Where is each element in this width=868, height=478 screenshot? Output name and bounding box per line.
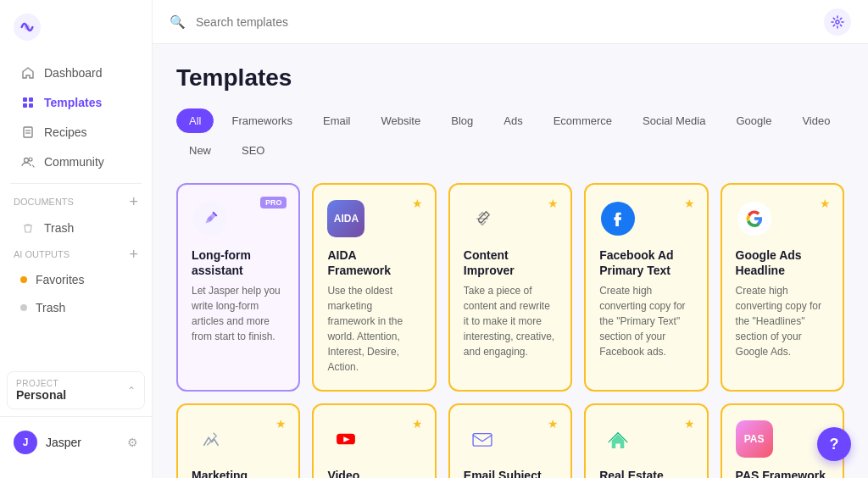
documents-add-button[interactable]: + xyxy=(129,194,138,209)
svg-point-1 xyxy=(25,25,30,30)
user-menu[interactable]: J Jasper ⚙ xyxy=(0,424,152,461)
content-desc: Take a piece of content and rewrite it t… xyxy=(464,283,557,359)
tab-social[interactable]: Social Media xyxy=(630,108,718,133)
search-input[interactable] xyxy=(196,15,814,29)
marketing-icon xyxy=(192,420,229,458)
svg-rect-5 xyxy=(29,103,33,108)
content-star: ★ xyxy=(548,197,559,210)
card-aida[interactable]: ★ AIDA AIDA Framework Use the oldest mar… xyxy=(312,183,436,392)
longform-icon xyxy=(192,200,229,237)
aida-star: ★ xyxy=(412,197,423,210)
cards-row-2: ★ Marketing Angles Brainstorm different … xyxy=(176,403,844,478)
project-name: Personal xyxy=(16,388,66,402)
tab-blog[interactable]: Blog xyxy=(438,108,486,133)
sidebar-item-trash-docs[interactable]: Trash xyxy=(7,214,145,242)
tab-frameworks[interactable]: Frameworks xyxy=(219,108,305,133)
tab-ads[interactable]: Ads xyxy=(491,108,535,133)
trash-ai-dot xyxy=(20,304,27,311)
ai-outputs-label: AI outputs xyxy=(14,249,70,259)
tab-website[interactable]: Website xyxy=(368,108,433,133)
youtube-icon xyxy=(327,420,364,458)
sidebar-item-recipes[interactable]: Recipes xyxy=(7,118,145,147)
sidebar-item-templates[interactable]: Templates xyxy=(7,88,145,117)
community-label: Community xyxy=(44,155,104,169)
aida-desc: Use the oldest marketing framework in th… xyxy=(327,283,420,375)
grid-icon xyxy=(20,95,36,110)
svg-point-10 xyxy=(29,158,32,161)
trash-icon xyxy=(20,220,36,236)
facebook-desc: Create high converting copy for the "Pri… xyxy=(599,283,693,359)
tab-video[interactable]: Video xyxy=(789,108,843,133)
card-content[interactable]: ★ Content Improver Take a piece of conte… xyxy=(448,183,572,392)
ai-outputs-section: AI outputs + xyxy=(0,243,152,265)
realestate-title: Real Estate Listing - Residential xyxy=(599,468,693,478)
pro-badge: PRO xyxy=(260,197,287,208)
main-area: 🔍 Templates All Frameworks Email Website… xyxy=(153,0,868,478)
tab-seo[interactable]: SEO xyxy=(229,138,277,163)
project-section-label: PROJECT xyxy=(16,379,66,388)
project-box[interactable]: PROJECT Personal ⌃ xyxy=(7,371,145,409)
facebook-star: ★ xyxy=(684,197,695,210)
email-star: ★ xyxy=(548,417,559,431)
trash-ai-label: Trash xyxy=(36,301,65,314)
longform-title: Long-form assistant xyxy=(192,247,285,278)
card-email[interactable]: ★ Email Subject Lines Write compelling e… xyxy=(448,403,572,478)
logo xyxy=(0,10,152,58)
card-youtube[interactable]: ★ Video Description - YouTube Create uni… xyxy=(312,403,436,478)
file-icon xyxy=(20,125,36,140)
sidebar-item-dashboard[interactable]: Dashboard xyxy=(7,58,145,87)
sidebar-item-favorites[interactable]: Favorites xyxy=(7,266,145,293)
google-desc: Create high converting copy for the "Hea… xyxy=(736,283,829,359)
aida-title: AIDA Framework xyxy=(327,247,420,278)
facebook-title: Facebook Ad Primary Text xyxy=(599,247,693,278)
favorites-dot xyxy=(20,276,27,283)
content-icon xyxy=(464,200,501,237)
documents-section: Documents + xyxy=(0,191,152,213)
svg-rect-4 xyxy=(23,103,27,108)
content-area: Templates All Frameworks Email Website B… xyxy=(153,44,868,478)
tab-new[interactable]: New xyxy=(176,138,224,163)
marketing-star: ★ xyxy=(275,417,287,431)
sidebar-item-trash-ai[interactable]: Trash xyxy=(7,294,145,321)
facebook-icon xyxy=(599,200,637,237)
project-chevron-icon: ⌃ xyxy=(127,385,136,397)
marketing-title: Marketing Angles xyxy=(192,468,285,478)
sidebar-item-community[interactable]: Community xyxy=(7,147,145,176)
help-button[interactable]: ? xyxy=(817,427,851,461)
tab-google[interactable]: Google xyxy=(723,108,784,133)
svg-point-11 xyxy=(836,20,839,24)
google-star: ★ xyxy=(820,197,831,210)
username: Jasper xyxy=(46,436,81,449)
svg-point-20 xyxy=(465,422,499,456)
card-longform[interactable]: PRO Long-form assistant Let Jasper help … xyxy=(176,183,300,392)
dashboard-label: Dashboard xyxy=(44,66,103,80)
svg-point-13 xyxy=(208,216,212,220)
nav-divider xyxy=(10,183,142,184)
avatar: J xyxy=(14,431,37,454)
tab-all[interactable]: All xyxy=(176,108,214,133)
topbar: 🔍 xyxy=(153,0,868,44)
page-title: Templates xyxy=(176,64,844,92)
email-title: Email Subject Lines xyxy=(464,468,557,478)
tab-ecommerce[interactable]: Ecommerce xyxy=(541,108,625,133)
search-icon: 🔍 xyxy=(170,14,186,30)
card-realestate[interactable]: ★ Real Estate Listing - Residential Crea… xyxy=(584,403,708,478)
card-marketing[interactable]: ★ Marketing Angles Brainstorm different … xyxy=(176,403,300,478)
card-facebook[interactable]: ★ Facebook Ad Primary Text Create high c… xyxy=(584,183,708,392)
pas-title: PAS Framework xyxy=(736,468,829,478)
filter-tabs: All Frameworks Email Website Blog Ads Ec… xyxy=(176,108,844,163)
card-google[interactable]: ★ Google Ads Headline Create high conver… xyxy=(721,183,844,392)
sidebar: Dashboard Templates Recipes Community Do… xyxy=(0,0,153,478)
users-icon xyxy=(20,154,36,170)
realestate-icon xyxy=(599,420,637,458)
svg-rect-2 xyxy=(23,97,27,102)
content-title: Content Improver xyxy=(464,247,557,278)
pas-icon: PAS xyxy=(736,420,773,458)
gear-icon[interactable]: ⚙ xyxy=(127,436,138,449)
tab-email[interactable]: Email xyxy=(310,108,364,133)
youtube-title: Video Description - YouTube xyxy=(327,468,420,478)
ai-outputs-add-button[interactable]: + xyxy=(129,247,138,262)
email-icon xyxy=(464,420,501,458)
sidebar-nav: Dashboard Templates Recipes Community Do… xyxy=(0,58,152,364)
settings-button[interactable] xyxy=(824,8,851,36)
